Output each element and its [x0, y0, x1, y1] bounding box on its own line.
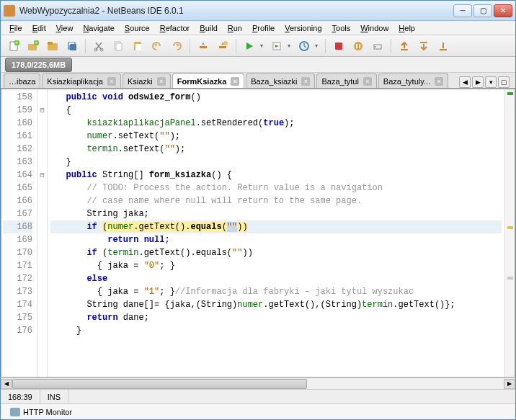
toolbar: + + ▾ ▾ ▾	[1, 35, 515, 57]
tabs-list-button[interactable]: ▾	[485, 76, 497, 88]
svg-rect-30	[440, 49, 447, 50]
toolbar-separator	[325, 39, 326, 53]
new-file-button[interactable]: +	[5, 37, 22, 55]
tab-close-icon[interactable]: ×	[231, 77, 239, 86]
error-stripe-mark[interactable]	[507, 277, 513, 280]
tab-label: …ibaza	[9, 77, 35, 86]
menubar: FileEditViewNavigateSourceRefactorBuildR…	[1, 21, 515, 35]
menu-navigate[interactable]: Navigate	[79, 22, 118, 34]
code-editor[interactable]: 1581591601611621631641651661671681691701…	[1, 89, 515, 377]
tab-close-icon[interactable]: ×	[107, 77, 116, 86]
profile-button[interactable]	[295, 37, 313, 55]
scroll-right-button[interactable]: ▶	[504, 379, 515, 389]
stop-button[interactable]	[330, 37, 347, 55]
insert-mode[interactable]: INS	[40, 390, 68, 403]
maximize-button[interactable]: ▢	[473, 4, 492, 17]
menu-window[interactable]: Window	[356, 22, 393, 34]
run-button[interactable]	[241, 37, 258, 55]
svg-text:+: +	[35, 40, 38, 46]
fold-toggle[interactable]: ⊟	[37, 104, 47, 117]
new-project-button[interactable]: +	[25, 37, 42, 55]
http-monitor-label: HTTP Monitor	[23, 408, 72, 416]
toolbar-separator	[85, 39, 86, 53]
horizontal-scrollbar[interactable]: ◀ ▶	[1, 377, 515, 389]
menu-edit[interactable]: Edit	[28, 22, 50, 34]
app-icon	[4, 5, 15, 17]
menu-build[interactable]: Build	[195, 22, 221, 34]
tab-label: Baza_tytuly...	[383, 77, 430, 86]
menu-view[interactable]: View	[52, 22, 78, 34]
pause-button[interactable]	[350, 37, 367, 55]
redo-button[interactable]	[168, 37, 185, 55]
menu-refactor[interactable]: Refactor	[156, 22, 195, 34]
fold-toggle[interactable]: ⊟	[37, 169, 47, 182]
error-stripe-mark[interactable]	[507, 92, 513, 95]
debug-dropdown[interactable]: ▾	[288, 43, 293, 49]
svg-point-23	[354, 42, 362, 50]
cvs-update-button[interactable]	[396, 37, 413, 55]
close-button[interactable]: ✕	[494, 4, 512, 17]
svg-point-27	[375, 46, 376, 48]
http-monitor-button[interactable]: HTTP Monitor	[5, 406, 77, 419]
tab-close-icon[interactable]: ×	[301, 77, 310, 86]
tab-baza_tytuly[interactable]: Baza_tytuly...×	[378, 73, 448, 88]
tabs-maximize-button[interactable]: ▢	[498, 76, 510, 88]
profile-dropdown[interactable]: ▾	[315, 43, 321, 49]
menu-source[interactable]: Source	[120, 22, 154, 34]
copy-button[interactable]	[110, 37, 127, 55]
svg-rect-16	[135, 44, 141, 50]
tab-label: Baza_ksiazki	[251, 77, 297, 86]
build-button[interactable]	[195, 37, 212, 55]
tab-baza_tytul[interactable]: Baza_tytul×	[316, 73, 376, 88]
undo-button[interactable]	[148, 37, 166, 55]
menu-help[interactable]: Help	[394, 22, 419, 34]
toolbar-separator	[391, 39, 391, 53]
svg-rect-22	[335, 43, 342, 50]
scroll-track[interactable]	[12, 379, 504, 389]
cut-button[interactable]	[90, 37, 107, 55]
tab-close-icon[interactable]: ×	[435, 77, 443, 86]
http-monitor-icon	[10, 408, 20, 416]
toolbar-separator	[236, 39, 236, 53]
tab-label: Ksiazkiaplikacja	[47, 77, 103, 86]
menu-versioning[interactable]: Versioning	[280, 22, 326, 34]
tab-baza_ksiazki[interactable]: Baza_ksiazki×	[246, 73, 315, 88]
tabs-scroll-right[interactable]: ▶	[472, 76, 484, 88]
run-dropdown[interactable]: ▾	[260, 43, 266, 49]
menu-file[interactable]: File	[5, 22, 27, 34]
error-stripe[interactable]	[504, 89, 515, 377]
open-project-button[interactable]	[44, 37, 61, 55]
cvs-commit-button[interactable]	[415, 37, 432, 55]
tab-close-icon[interactable]: ×	[157, 77, 166, 86]
tab-ibaza[interactable]: …ibaza	[4, 73, 40, 88]
tab-formksiazka[interactable]: FormKsiazka×	[172, 73, 244, 88]
debug-button[interactable]	[268, 37, 285, 55]
editor-tabs: …ibazaKsiazkiaplikacja×Ksiazki×FormKsiaz…	[1, 73, 515, 89]
tab-label: FormKsiazka	[177, 77, 226, 86]
cvs-diff-button[interactable]	[435, 37, 452, 55]
scroll-left-button[interactable]: ◀	[1, 379, 12, 389]
memory-bar: 178,0/225,6MB	[1, 57, 515, 73]
save-all-button[interactable]	[63, 37, 81, 55]
code-content[interactable]: public void odswiez_form() { ksiazkiapli…	[48, 89, 504, 377]
tab-ksiazki[interactable]: Ksiazki×	[123, 73, 171, 88]
svg-rect-14	[116, 43, 122, 50]
svg-rect-18	[219, 46, 226, 48]
tab-label: Ksiazki	[128, 77, 153, 86]
tabs-scroll-left[interactable]: ◀	[459, 76, 471, 88]
tab-close-icon[interactable]: ×	[363, 77, 372, 86]
memory-indicator[interactable]: 178,0/225,6MB	[5, 58, 72, 72]
window-buttons: ─ ▢ ✕	[453, 4, 512, 17]
tab-ksiazkiaplikacja[interactable]: Ksiazkiaplikacja×	[42, 73, 121, 88]
scroll-thumb[interactable]	[12, 379, 307, 389]
svg-rect-7	[48, 42, 53, 45]
clean-build-button[interactable]	[214, 37, 231, 55]
menu-run[interactable]: Run	[223, 22, 246, 34]
menu-tools[interactable]: Tools	[328, 22, 355, 34]
svg-rect-17	[200, 46, 207, 48]
minimize-button[interactable]: ─	[453, 4, 472, 17]
error-stripe-mark[interactable]	[507, 226, 513, 229]
menu-profile[interactable]: Profile	[248, 22, 279, 34]
attach-debugger-button[interactable]	[369, 37, 386, 55]
paste-button[interactable]	[129, 37, 146, 55]
